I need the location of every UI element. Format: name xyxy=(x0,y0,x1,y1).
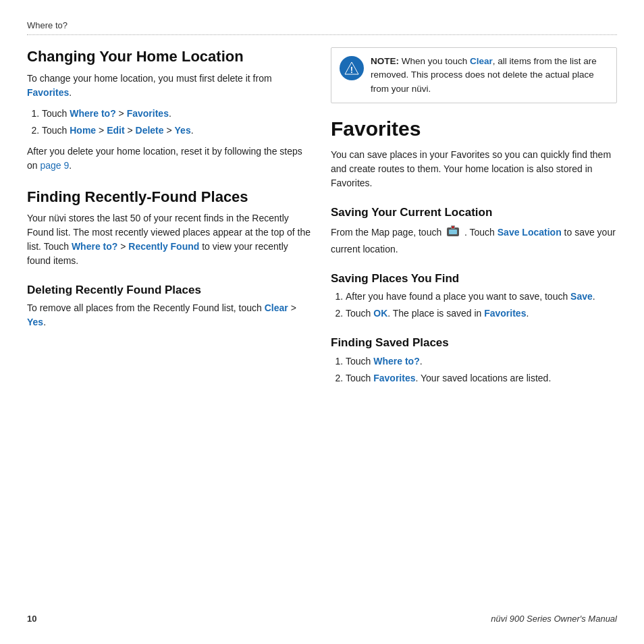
section-home-steps: Touch Where to? > Favorites. Touch Home … xyxy=(27,107,311,138)
warning-triangle-icon: ! xyxy=(344,61,359,76)
section-recently-found-title: Finding Recently-Found Places xyxy=(27,188,311,207)
right-column: ! NOTE: When you touch Clear, all items … xyxy=(331,47,617,600)
section-favorites: Favorites You can save places in your Fa… xyxy=(331,117,617,190)
page: Where to? Changing Your Home Location To… xyxy=(0,0,644,644)
svg-point-5 xyxy=(452,226,454,228)
section-deleting-body: To remove all places from the Recently F… xyxy=(27,301,311,329)
note-box: ! NOTE: When you touch Clear, all items … xyxy=(331,47,617,103)
section-recently-found: Finding Recently-Found Places Your nüvi … xyxy=(27,188,311,269)
list-item: After you have found a place you want to… xyxy=(346,290,617,304)
section-finding-saved: Finding Saved Places Touch Where to?. To… xyxy=(331,336,617,385)
note-text: NOTE: When you touch Clear, all items fr… xyxy=(371,55,608,96)
saving-places-title: Saving Places You Find xyxy=(331,271,617,286)
page-number: 10 xyxy=(27,614,36,624)
section-deleting-title: Deleting Recently Found Places xyxy=(27,283,311,297)
list-item: Touch OK. The place is saved in Favorite… xyxy=(346,306,617,321)
left-column: Changing Your Home Location To change yo… xyxy=(27,47,311,600)
favorites-body: You can save places in your Favorites so… xyxy=(331,148,617,190)
section-home-body1: To change your home location, you must f… xyxy=(27,72,311,100)
section-deleting: Deleting Recently Found Places To remove… xyxy=(27,283,311,329)
list-item: Touch Where to?. xyxy=(346,354,617,369)
list-item: Touch Where to? > Favorites. xyxy=(42,107,311,121)
two-column-layout: Changing Your Home Location To change yo… xyxy=(27,47,617,600)
page-footer: 10 nüvi 900 Series Owner's Manual xyxy=(27,600,617,624)
note-icon: ! xyxy=(340,56,364,80)
section-home-body2: After you delete your home location, res… xyxy=(27,144,311,173)
section-home-title: Changing Your Home Location xyxy=(27,47,311,66)
section-saving-location: Saving Your Current Location From the Ma… xyxy=(331,205,617,257)
svg-text:!: ! xyxy=(350,65,353,75)
saving-location-body: From the Map page, touch . Touch Save Lo… xyxy=(331,223,617,257)
favorites-title: Favorites xyxy=(331,117,617,141)
note-label: NOTE: xyxy=(371,56,399,66)
map-pin-icon xyxy=(446,223,460,242)
section-saving-places: Saving Places You Find After you have fo… xyxy=(331,271,617,321)
saving-location-title: Saving Your Current Location xyxy=(331,205,617,219)
note-body: When you touch Clear, all items from the… xyxy=(371,56,597,94)
saving-places-steps: After you have found a place you want to… xyxy=(331,290,617,321)
section-home-location: Changing Your Home Location To change yo… xyxy=(27,47,311,173)
page9-link[interactable]: page 9 xyxy=(40,160,69,171)
section-recently-found-body: Your nüvi stores the last 50 of your rec… xyxy=(27,211,311,268)
svg-rect-3 xyxy=(449,230,457,234)
header-label: Where to? xyxy=(27,20,617,35)
list-item: Touch Home > Edit > Delete > Yes. xyxy=(42,124,311,138)
manual-title: nüvi 900 Series Owner's Manual xyxy=(491,614,617,624)
finding-saved-title: Finding Saved Places xyxy=(331,336,617,350)
finding-saved-steps: Touch Where to?. Touch Favorites. Your s… xyxy=(331,354,617,385)
list-item: Touch Favorites. Your saved locations ar… xyxy=(346,371,617,385)
